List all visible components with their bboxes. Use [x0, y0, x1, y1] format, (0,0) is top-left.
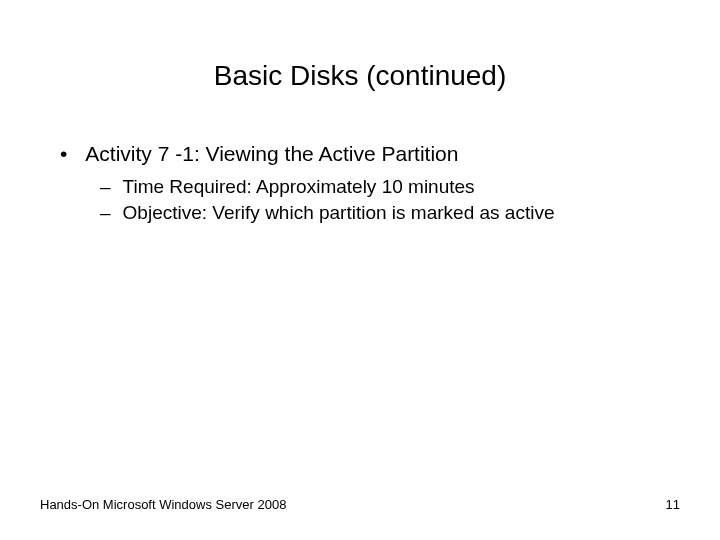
- bullet-activity-text: Activity 7 -1: Viewing the Active Partit…: [85, 142, 458, 166]
- bullet-level-2: – Time Required: Approximately 10 minute…: [100, 174, 680, 200]
- bullet-objective-text: Objective: Verify which partition is mar…: [123, 200, 555, 226]
- bullet-level-2: – Objective: Verify which partition is m…: [100, 200, 680, 226]
- bullet-dot-icon: •: [60, 142, 67, 166]
- bullet-dash-icon: –: [100, 200, 111, 226]
- slide: Basic Disks (continued) • Activity 7 -1:…: [0, 0, 720, 540]
- bullet-time-text: Time Required: Approximately 10 minutes: [123, 174, 475, 200]
- slide-title: Basic Disks (continued): [40, 60, 680, 92]
- bullet-level-1: • Activity 7 -1: Viewing the Active Part…: [60, 142, 680, 166]
- slide-content: • Activity 7 -1: Viewing the Active Part…: [60, 142, 680, 225]
- bullet-dash-icon: –: [100, 174, 111, 200]
- slide-footer: Hands-On Microsoft Windows Server 2008 1…: [40, 497, 680, 512]
- footer-text: Hands-On Microsoft Windows Server 2008: [40, 497, 286, 512]
- page-number: 11: [666, 497, 680, 512]
